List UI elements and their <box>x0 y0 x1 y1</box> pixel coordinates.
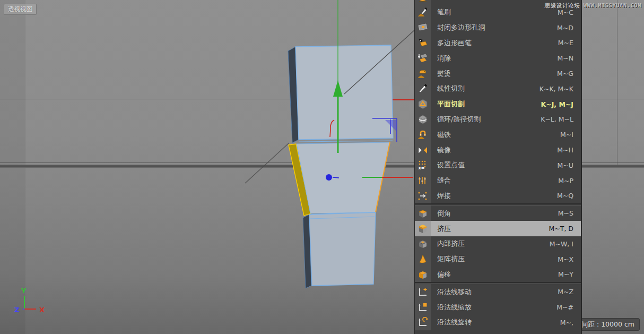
menu-item-label: 消除 <box>431 54 557 63</box>
dissolve-icon <box>415 50 431 66</box>
menu-item-shortcut: M~D <box>557 24 581 32</box>
menu-item-shortcut: M~H <box>557 146 581 154</box>
matrix-extrude-icon <box>415 252 431 267</box>
menu-item-normal-scale[interactable]: 沿法线缩放M~# <box>415 299 581 315</box>
menu-item-shortcut: K~K, M~K <box>539 85 581 93</box>
menu-item-shortcut: M~N <box>557 54 581 62</box>
menu-item-label: 缝合 <box>431 176 558 185</box>
extrude-icon <box>415 221 431 236</box>
menu-item-shortcut: M~U <box>558 161 581 169</box>
menu-item-shortcut: M~Z <box>558 288 581 296</box>
weld-icon <box>415 189 431 204</box>
model-top-box-front-face <box>295 45 393 140</box>
menu-item-label: 沿法线移动 <box>431 287 558 297</box>
normal-scale-icon <box>415 299 431 315</box>
context-menu: 笔刷M~C封闭多边形孔洞M~D多边形画笔M~E消除M~N熨烫M~G线性切割K~K… <box>414 0 582 334</box>
menu-item-shortcut: M~E <box>558 39 581 47</box>
menu-item-label: 线性切割 <box>431 84 539 93</box>
menu-item-stitch-and-sew[interactable]: 缝合M~P <box>415 173 581 189</box>
menu-item-close-polygon-hole[interactable]: 封闭多边形孔洞M~D <box>415 20 581 36</box>
svg-text:x=: x= <box>419 166 425 170</box>
menu-item-weld[interactable]: 焊接M~Q <box>415 189 581 204</box>
menu-item-normal-rotate[interactable]: 沿法线旋转M~, <box>415 315 581 330</box>
menu-item-mirror[interactable]: 镜像M~H <box>415 142 581 158</box>
menu-item-smooth-shift[interactable]: 偏移M~Y <box>415 267 581 282</box>
axis-triad: Y Z X <box>14 287 45 314</box>
line-cut-icon <box>415 81 431 97</box>
menu-item-label: 偏移 <box>431 270 558 279</box>
model-bottom-box-front-face <box>309 212 376 286</box>
menu-item-loop-path-cut[interactable]: 循环/路径切割K~L, M~L <box>415 112 581 127</box>
menu-item-label: 磁铁 <box>431 130 560 140</box>
menu-item-label: 倒角 <box>431 209 558 218</box>
world-axis-diagonal-left <box>245 143 289 183</box>
menu-item-extrude[interactable]: 挤压M~T, D <box>415 221 581 236</box>
bevel-icon <box>415 205 431 221</box>
menu-item-label: 笔刷 <box>431 7 558 17</box>
menu-item-shortcut: K~J, M~J <box>541 100 581 108</box>
iron-icon <box>415 66 431 81</box>
menu-item-set-point-value[interactable]: x=设置点值M~U <box>415 158 581 173</box>
extrude-inner-icon <box>415 236 431 252</box>
polygon-pen-icon <box>415 36 431 51</box>
menu-item-shortcut: M~W, I <box>550 240 581 248</box>
menu-item-shortcut: K~L, M~L <box>541 115 581 123</box>
menu-item-label: 封闭多边形孔洞 <box>431 23 557 32</box>
menu-item-shortcut: M~S <box>558 209 581 217</box>
brush-icon <box>415 5 431 20</box>
menu-item-iron[interactable]: 熨烫M~G <box>415 66 581 81</box>
menu-item-magnet[interactable]: 磁铁M~I <box>415 127 581 142</box>
menu-item-label: 沿法线缩放 <box>431 303 556 312</box>
menu-item-shortcut: M~P <box>558 177 581 185</box>
watermark-text: 思缘设计论坛 WWW.MISSYUAN.COM <box>545 2 641 10</box>
menu-item-shortcut: M~# <box>556 303 581 311</box>
set-point-value-icon: x= <box>415 158 431 173</box>
menu-item-matrix-extrude[interactable]: 矩阵挤压M~X <box>415 252 581 267</box>
menu-item-shortcut: M~I <box>560 131 581 139</box>
menu-item-label: 平面切割 <box>431 99 541 109</box>
hud-spacing-readout: 间距 : 10000 cm <box>576 318 640 331</box>
object-axis-center-dot[interactable] <box>326 174 332 181</box>
menu-item-label: 沿法线旋转 <box>431 318 560 327</box>
axis-triad-origin <box>23 309 25 310</box>
smooth-shift-icon <box>415 267 431 282</box>
mirror-icon <box>415 142 431 158</box>
menu-item-extrude-inner[interactable]: 内部挤压M~W, I <box>415 236 581 252</box>
menu-item-shortcut: M~C <box>558 8 581 16</box>
menu-item-shortcut: M~, <box>560 319 581 327</box>
plane-cut-icon <box>415 97 431 112</box>
normal-move-icon <box>415 284 431 299</box>
menu-item-label: 焊接 <box>431 191 557 201</box>
menu-item-shortcut: M~X <box>558 255 581 263</box>
menu-item-line-cut[interactable]: 线性切割K~K, M~K <box>415 81 581 97</box>
menu-item-label: 熨烫 <box>431 69 557 79</box>
axis-triad-y-label: Y <box>21 287 27 295</box>
menu-item-plane-cut[interactable]: 平面切割K~J, M~J <box>415 97 581 112</box>
viewport-view-label[interactable]: 透视视图 <box>4 4 37 15</box>
menu-item-shortcut: M~Q <box>557 192 581 200</box>
menu-item-shortcut: M~Y <box>558 270 581 278</box>
axis-triad-z-label: Z <box>14 306 19 314</box>
loop-path-cut-icon <box>415 112 431 127</box>
object-axis-tail <box>333 177 339 178</box>
close-polygon-hole-icon <box>415 20 431 36</box>
partial-item-icon <box>415 0 431 5</box>
menu-item-label: 挤压 <box>431 224 549 234</box>
axis-triad-x-label: X <box>39 306 45 314</box>
menu-item-label: 矩阵挤压 <box>431 254 558 264</box>
menu-item-shortcut: M~G <box>557 70 581 78</box>
menu-item-label: 内部挤压 <box>431 239 550 249</box>
magnet-icon <box>415 127 431 142</box>
model-edge-line <box>299 141 393 142</box>
menu-item-label: 设置点值 <box>431 160 558 170</box>
menu-item-dissolve[interactable]: 消除M~N <box>415 50 581 66</box>
stitch-sew-icon <box>415 173 431 189</box>
viewport[interactable]: 透视视图 思缘设计论坛 WWW.MISSYUAN.COM 间距 : 10000 … <box>0 0 644 334</box>
menu-item-label: 镜像 <box>431 145 557 155</box>
menu-item-label: 多边形画笔 <box>431 38 558 48</box>
menu-item-normal-move[interactable]: 沿法线移动M~Z <box>415 284 581 299</box>
menu-item-bevel[interactable]: 倒角M~S <box>415 205 581 221</box>
normal-rotate-icon <box>415 315 431 330</box>
menu-item-shortcut: M~T, D <box>549 225 581 233</box>
menu-item-polygon-pen[interactable]: 多边形画笔M~E <box>415 36 581 51</box>
